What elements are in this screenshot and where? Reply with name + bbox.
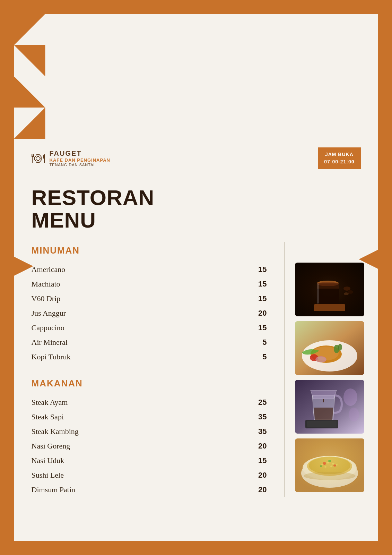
item-name: Dimsum Patin [32, 485, 76, 494]
hours-value: 07:00-21:00 [324, 158, 354, 165]
menu-item: Americano 15 [32, 262, 277, 277]
menu-item: Kopi Tubruk 5 [32, 350, 277, 364]
item-price: 15 [258, 456, 267, 465]
hours-label: JAM BUKA [324, 151, 354, 158]
svg-rect-6 [314, 304, 345, 311]
svg-rect-20 [307, 421, 337, 427]
svg-point-17 [316, 357, 326, 362]
corner-decoration-tl [14, 14, 45, 45]
item-price: 25 [258, 398, 267, 407]
svg-point-22 [343, 388, 357, 406]
menu-item: Sushi Lele 20 [32, 468, 277, 483]
item-price: 35 [258, 412, 267, 421]
item-price: 5 [262, 338, 267, 347]
menu-item: Nasi Uduk 15 [32, 453, 277, 468]
item-price: 15 [258, 280, 267, 289]
svg-rect-40 [295, 438, 364, 492]
rice-image [295, 438, 364, 492]
item-price: 20 [258, 471, 267, 480]
svg-point-4 [317, 282, 338, 286]
item-name: Steak Kambing [32, 427, 79, 436]
food-section-title: MAKANAN [32, 378, 277, 389]
menu-item: Steak Sapi 35 [32, 410, 277, 424]
chicken-image [295, 321, 364, 375]
item-price: 15 [258, 323, 267, 332]
logo-text-block: FAUGET KAFE DAN PENGINAPAN TENANG DAN SA… [50, 150, 111, 167]
item-name: Steak Ayam [32, 398, 68, 407]
svg-point-15 [338, 344, 342, 351]
menu-page: 🍽 FAUGET KAFE DAN PENGINAPAN TENANG DAN … [14, 14, 378, 541]
item-name: Jus Anggur [32, 309, 66, 318]
page-title: RESTORANMENU [32, 186, 361, 231]
logo-area: 🍽 FAUGET KAFE DAN PENGINAPAN TENANG DAN … [32, 150, 111, 167]
item-name: Cappucino [32, 323, 64, 332]
menu-item: Steak Kambing 35 [32, 424, 277, 439]
svg-point-9 [344, 292, 349, 295]
logo-icon: 🍽 [32, 151, 45, 166]
menu-item: Jus Anggur 20 [32, 306, 277, 321]
item-name: Machiato [32, 280, 60, 289]
corner-decoration-bl [14, 76, 45, 108]
menu-item: V60 Drip 15 [32, 291, 277, 306]
section-gap [32, 364, 277, 375]
menu-item: Steak Ayam 25 [32, 395, 277, 410]
menu-item: Cappucino 15 [32, 321, 277, 335]
svg-rect-5 [317, 283, 319, 304]
item-name: Air Mineral [32, 338, 68, 347]
header: 🍽 FAUGET KAFE DAN PENGINAPAN TENANG DAN … [14, 139, 378, 176]
menu-column: MINUMAN Americano 15 Machiato 15 V60 Dri… [32, 242, 285, 497]
brand-tagline: TENANG DAN SANTAI [50, 163, 111, 167]
item-price: 15 [258, 294, 267, 303]
drip-coffee-image [295, 380, 364, 434]
hours-box: JAM BUKA 07:00-21:00 [318, 147, 360, 169]
corner-decoration-tr [14, 45, 45, 76]
svg-point-7 [343, 287, 350, 291]
item-price: 20 [258, 485, 267, 494]
brand-subtitle: KAFE DAN PENGINAPAN [50, 157, 111, 163]
svg-point-23 [349, 408, 359, 421]
images-column [285, 242, 361, 497]
item-name: Kopi Tubruk [32, 352, 71, 361]
brand-name: FAUGET [50, 150, 111, 157]
content-layout: MINUMAN Americano 15 Machiato 15 V60 Dri… [32, 242, 361, 497]
item-price: 20 [258, 442, 267, 451]
item-name: Sushi Lele [32, 471, 64, 480]
item-name: V60 Drip [32, 294, 61, 303]
item-price: 5 [262, 352, 267, 361]
drinks-section-title: MINUMAN [32, 245, 277, 256]
item-name: Nasi Goreng [32, 442, 70, 451]
menu-item: Dimsum Patin 20 [32, 483, 277, 497]
coffee-image [295, 263, 364, 316]
item-price: 35 [258, 427, 267, 436]
item-name: Steak Sapi [32, 412, 64, 421]
main-content: RESTORANMENU MINUMAN Americano 15 Machia… [14, 176, 378, 511]
menu-item: Machiato 15 [32, 277, 277, 291]
item-price: 20 [258, 309, 267, 318]
item-name: Nasi Uduk [32, 456, 64, 465]
item-name: Americano [32, 265, 66, 274]
menu-item: Nasi Goreng 20 [32, 439, 277, 453]
item-price: 15 [258, 265, 267, 274]
corner-decoration-br [14, 108, 45, 139]
menu-item: Air Mineral 5 [32, 335, 277, 350]
